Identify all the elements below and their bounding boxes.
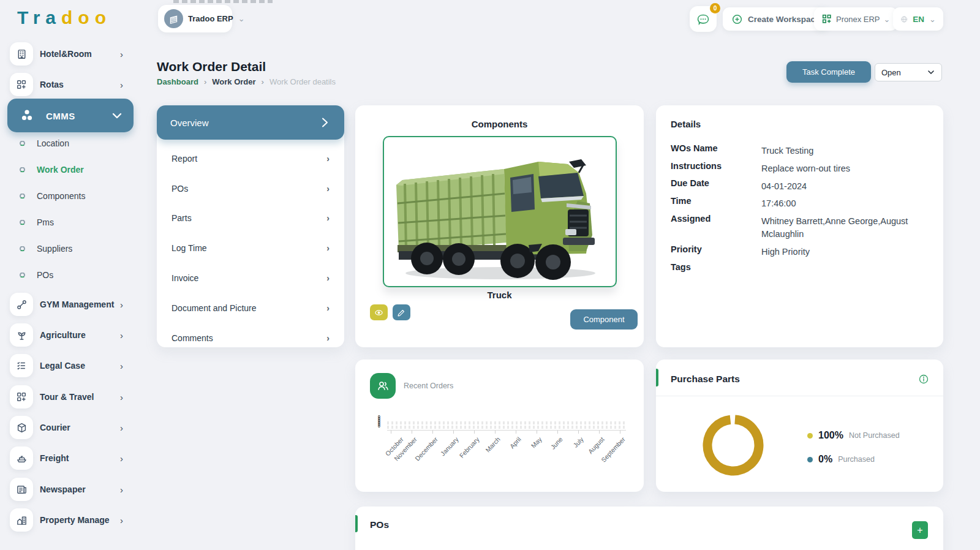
purchase-parts-donut-chart (699, 411, 767, 480)
component-name: Truck (355, 290, 644, 300)
sidebar-item-cmms-active[interactable]: CMMS (7, 99, 134, 132)
sidebar-label: Courier (40, 423, 70, 432)
sidebar-subitem-components[interactable]: Components (0, 187, 142, 205)
purchase-parts-card: Purchase Parts 100% Not Purchased 0% Pur… (656, 360, 943, 492)
detail-value: Replace worn-out tires (761, 162, 928, 175)
components-card-title: Components (355, 119, 644, 129)
status-value: Open (881, 68, 901, 77)
edit-component-button[interactable] (393, 304, 410, 320)
sidebar-item-courier[interactable]: Courier › (0, 416, 142, 439)
chevron-right-icon: › (120, 423, 123, 433)
sidebar-item-property-manage[interactable]: Property Manage › (0, 508, 142, 532)
chart-x-ticks (391, 431, 627, 434)
create-workspace-button[interactable]: Create Workspace (723, 7, 829, 31)
create-workspace-label: Create Workspace (748, 15, 820, 24)
chevron-right-icon: › (326, 184, 330, 194)
chevron-right-icon: › (326, 213, 330, 223)
sidebar-label: Hotel&Room (40, 49, 92, 59)
legend-purchased: 0% Purchased (807, 454, 875, 465)
sidebar-subitem-pms[interactable]: Pms (0, 213, 142, 232)
language-switcher[interactable]: EN ⌄ (893, 7, 943, 31)
chevron-down-icon: ⌄ (238, 14, 245, 23)
sidebar-item-newspaper[interactable]: Newspaper › (0, 478, 142, 501)
detail-label: Assigned (671, 214, 710, 224)
plant-icon (10, 323, 33, 347)
page-title: Work Order Detail (157, 59, 266, 74)
breadcrumb-separator: › (204, 77, 206, 86)
chevron-down-icon (110, 109, 124, 122)
chart-gridline-dashes (387, 421, 626, 424)
chevron-down-icon (927, 68, 935, 77)
add-po-button[interactable]: + (912, 521, 928, 539)
package-icon (10, 416, 33, 439)
info-icon[interactable] (919, 374, 929, 386)
sidebar-item-rotas[interactable]: Rotas › (0, 73, 142, 96)
sidebar-item-hotel-room[interactable]: Hotel&Room › (0, 42, 142, 66)
sidebar-label: Tour & Travel (40, 392, 94, 402)
dumbbell-icon (10, 293, 33, 316)
task-complete-button[interactable]: Task Complete (786, 61, 871, 83)
detail-label: Priority (671, 244, 702, 254)
tab-log-time[interactable]: Log Time› (157, 233, 344, 263)
bullet-icon (20, 141, 25, 146)
work-order-menu-panel: Overview Report› POs› Parts› Log Time› I… (157, 105, 344, 347)
sidebar-item-tour-travel[interactable]: Tour & Travel › (0, 385, 142, 409)
clipped-text-artifact (173, 0, 273, 3)
sidebar-item-gym-management[interactable]: GYM Management › (0, 293, 142, 316)
cmms-dots-icon (20, 107, 36, 124)
sidebar-subitem-work-order[interactable]: Work Order (0, 160, 142, 179)
tab-label: Overview (170, 118, 209, 128)
breadcrumb-work-order[interactable]: Work Order (212, 77, 255, 86)
chevron-right-icon: › (326, 154, 330, 164)
view-component-button[interactable] (370, 304, 388, 320)
tab-parts[interactable]: Parts› (157, 203, 344, 233)
sidebar-label: Agriculture (40, 330, 86, 340)
sidebar-label: GYM Management (40, 299, 114, 309)
pos-section-title: POs (370, 519, 389, 530)
bullet-icon (20, 194, 25, 199)
bullet-icon (20, 273, 25, 278)
chat-badge: 0 (710, 3, 720, 13)
legend-dot-yellow (807, 433, 813, 439)
truck-image (384, 137, 616, 286)
workspace-switcher[interactable]: Tradoo ERP ⌄ (158, 5, 232, 32)
sidebar-subitem-location[interactable]: Location (0, 134, 142, 153)
building-icon (10, 42, 33, 66)
details-card: Details WOs Name Truck Testing Instructi… (656, 105, 943, 347)
sidebar-subitem-suppliers[interactable]: Suppliers (0, 239, 142, 258)
sidebar-item-freight[interactable]: Freight › (0, 446, 142, 470)
tab-report[interactable]: Report› (157, 143, 344, 173)
chevron-right-icon: › (120, 80, 123, 90)
breadcrumb-current: Work Order deatils (270, 77, 336, 86)
chevron-right-icon: › (120, 49, 123, 59)
y-axis-cramped-labels: 000000 (375, 416, 383, 427)
detail-label: Time (671, 196, 692, 206)
chevron-right-icon: › (120, 330, 123, 341)
chevron-right-icon: › (120, 484, 123, 495)
erp-switcher[interactable]: Pronex ERP ⌄ (814, 7, 897, 31)
tab-document-picture[interactable]: Document and Picture› (157, 293, 344, 323)
sidebar-subitem-pos[interactable]: POs (0, 266, 142, 284)
logo-part-yellow: doo (61, 7, 111, 28)
grid-plus-icon (10, 73, 33, 96)
property-icon (10, 508, 33, 532)
sidebar-label: Freight (40, 453, 69, 463)
status-select[interactable]: Open (875, 63, 942, 81)
building-icon (168, 13, 179, 24)
app-logo: Tradoo (17, 7, 111, 28)
detail-value: 17:46:00 (761, 197, 928, 210)
component-button[interactable]: Component (570, 309, 638, 330)
breadcrumb-dashboard[interactable]: Dashboard (157, 77, 198, 86)
chat-icon (696, 12, 710, 26)
tab-pos[interactable]: POs› (157, 173, 344, 203)
chart-gridline-dashes (387, 426, 626, 429)
chevron-right-icon: › (120, 392, 123, 402)
chevron-right-icon: › (120, 453, 123, 464)
sidebar-item-agriculture[interactable]: Agriculture › (0, 323, 142, 347)
component-image[interactable] (383, 136, 617, 287)
tab-comments[interactable]: Comments› (157, 323, 344, 353)
chat-button[interactable]: 0 (690, 6, 717, 32)
tab-overview-active[interactable]: Overview (157, 105, 344, 140)
sidebar-item-legal-case[interactable]: Legal Case › (0, 354, 142, 377)
tab-invoice[interactable]: Invoice› (157, 263, 344, 293)
